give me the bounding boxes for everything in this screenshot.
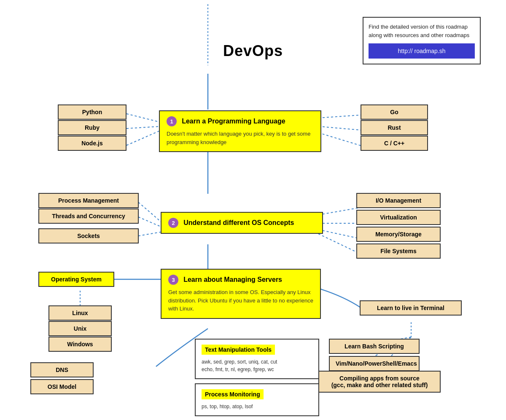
info-box: Find the detailed version of this roadma… xyxy=(363,17,481,64)
svg-line-7 xyxy=(138,202,163,223)
learn-lang-title: Learn a Programming Language xyxy=(182,118,285,125)
osi-model-node: OSI Model xyxy=(30,379,94,394)
svg-line-3 xyxy=(126,131,160,145)
svg-line-5 xyxy=(318,126,367,131)
manage-servers-title: Learn about Managing Servers xyxy=(183,276,282,283)
os-concepts-node: 2 Understand different OS Concepts xyxy=(161,212,323,234)
process-monitoring-content: ps, top, htop, atop, lsof xyxy=(202,403,312,410)
sockets-node: Sockets xyxy=(38,228,139,243)
vim-node: Vim/Nano/PowerShell/Emacs xyxy=(329,356,420,371)
os-concepts-title: Understand different OS Concepts xyxy=(183,219,294,226)
virtualization-node: Virtualization xyxy=(356,210,441,225)
svg-line-9 xyxy=(138,232,163,236)
process-monitoring-box: Process Monitoring ps, top, htop, atop, … xyxy=(195,383,319,416)
info-text: Find the detailed version of this roadma… xyxy=(369,23,475,39)
file-systems-node: File Systems xyxy=(356,243,441,259)
rust-node: Rust xyxy=(361,120,428,135)
operating-system-node: Operating System xyxy=(38,272,114,287)
python-node: Python xyxy=(58,104,126,120)
node-number-3: 3 xyxy=(168,275,178,285)
node-number-2: 2 xyxy=(168,218,178,228)
text-tools-content: awk, sed, grep, sort, uniq, cat, cutecho… xyxy=(202,358,312,373)
io-mgmt-node: I/O Management xyxy=(356,193,441,208)
unix-node: Unix xyxy=(48,321,112,336)
windows-node: Windows xyxy=(48,337,112,352)
process-mgmt-node: Process Management xyxy=(38,193,139,208)
svg-line-4 xyxy=(318,115,367,118)
linux-node: Linux xyxy=(48,305,112,321)
manage-servers-node: 3 Learn about Managing Servers Get some … xyxy=(161,269,321,319)
cpp-node: C / C++ xyxy=(361,136,428,151)
svg-line-1 xyxy=(126,114,160,122)
ruby-node: Ruby xyxy=(58,120,126,135)
manage-servers-desc: Get some administration in some OS. Espe… xyxy=(168,288,313,313)
threads-node: Threads and Concurrency xyxy=(38,209,139,224)
learn-lang-node: 1 Learn a Programming Language Doesn't m… xyxy=(159,110,321,152)
text-tools-box: Text Manipulation Tools awk, sed, grep, … xyxy=(195,339,319,379)
svg-line-6 xyxy=(318,133,367,147)
terminal-node: Learn to live in Terminal xyxy=(360,300,462,316)
process-monitoring-title: Process Monitoring xyxy=(202,389,264,399)
svg-line-2 xyxy=(126,126,160,128)
page-title: DevOps xyxy=(223,42,283,60)
svg-line-8 xyxy=(138,217,163,227)
compiling-node: Compiling apps from source(gcc, make and… xyxy=(318,371,441,393)
text-tools-title: Text Manipulation Tools xyxy=(202,345,275,355)
roadmap-link[interactable]: http:// roadmap.sh xyxy=(369,43,475,59)
dns-node: DNS xyxy=(30,362,94,377)
memory-storage-node: Memory/Storage xyxy=(356,227,441,242)
nodejs-node: Node.js xyxy=(58,136,126,151)
bash-scripting-node: Learn Bash Scripting xyxy=(329,339,420,354)
go-node: Go xyxy=(361,104,428,120)
node-number-1: 1 xyxy=(167,116,177,126)
learn-lang-desc: Doesn't matter which language you pick, … xyxy=(167,130,314,146)
roadmap-container: DevOps Find the detailed version of this… xyxy=(0,0,506,420)
